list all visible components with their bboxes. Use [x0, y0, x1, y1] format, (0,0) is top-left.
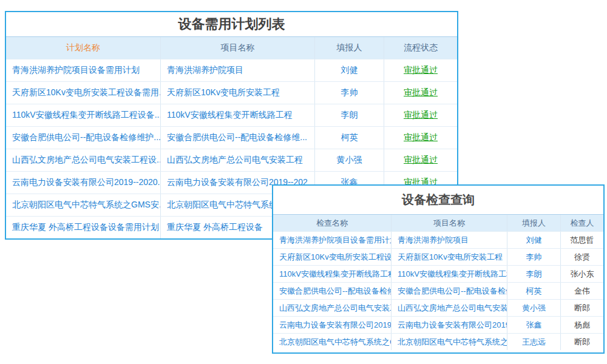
inspector-name: 徐贤: [560, 249, 603, 265]
project-name-link[interactable]: 天府新区10Kv变电所安装工程: [160, 82, 314, 104]
header-plan-name: 计划名称: [6, 37, 160, 59]
status-link[interactable]: 审批通过: [404, 65, 438, 76]
table-row: 北京朝阳区电气中芯特气系统之GM 北京朝阳区电气中芯特气系统之GMS 王志远 断…: [273, 333, 603, 350]
inspection-name-link[interactable]: 青海洪湖养护院项目设备需用计划: [273, 232, 391, 248]
header-inspector: 检查人: [560, 215, 603, 231]
reporter-name[interactable]: 柯英: [507, 283, 560, 299]
project-name-link[interactable]: 北京朝阳区电气中芯特气系统之GMS: [391, 334, 507, 350]
reporter-name[interactable]: 张鑫: [507, 317, 560, 333]
table-row: 安徽合肥供电公司--配电设备检修维护... 安徽合肥供电公司--配电设备检修维.…: [6, 126, 457, 149]
status-link[interactable]: 审批通过: [404, 87, 438, 98]
inspector-name: 范思哲: [560, 232, 603, 248]
header-project-name: 项目名称: [160, 37, 314, 59]
reporter-name[interactable]: 刘健: [507, 232, 560, 248]
reporter-name[interactable]: 王志远: [507, 334, 560, 350]
inspection-name-link[interactable]: 北京朝阳区电气中芯特气系统之GM: [273, 334, 391, 350]
inspection-name-link[interactable]: 山西弘文房地产总公司电气安装工程: [273, 300, 391, 316]
plan-name-link[interactable]: 110kV安徽线程集变开断线路工程设备...: [6, 104, 160, 126]
table-row: 青海洪湖养护院项目设备需用计划 青海洪湖养护院项目 刘健 范思哲: [273, 231, 603, 248]
project-name-link[interactable]: 山西弘文房地产总公司电气安装工: [391, 300, 507, 316]
reporter-name[interactable]: 黄小强: [314, 149, 384, 171]
header-project-name: 项目名称: [391, 215, 507, 231]
reporter-name[interactable]: 李朗: [314, 104, 384, 126]
inspection-header-row: 检查名称 项目名称 填报人 检查人: [273, 214, 603, 231]
header-inspection-name: 检查名称: [273, 215, 391, 231]
table-row: 山西弘文房地产总公司电气安装工程设... 山西弘文房地产总公司电气安装工程 黄小…: [6, 149, 457, 171]
plan-list-header-row: 计划名称 项目名称 填报人 流程状态: [6, 36, 457, 59]
plan-name-link[interactable]: 重庆华夏 外高桥工程设备设备需用计划: [6, 217, 160, 238]
plan-name-link[interactable]: 天府新区10Kv变电所安装工程设备需用...: [6, 82, 160, 104]
header-flow-status: 流程状态: [384, 37, 457, 59]
header-reporter: 填报人: [314, 37, 384, 59]
inspection-query-panel: 设备检查查询 检查名称 项目名称 填报人 检查人 青海洪湖养护院项目设备需用计划…: [272, 184, 605, 354]
inspector-name: 杨彪: [560, 317, 603, 333]
plan-name-link[interactable]: 北京朝阳区电气中芯特气系统之GMS安...: [6, 194, 160, 216]
header-reporter: 填报人: [507, 215, 560, 231]
reporter-name[interactable]: 李帅: [314, 82, 384, 104]
inspection-name-link[interactable]: 天府新区10Kv变电所安装工程设备: [273, 249, 391, 265]
status-link[interactable]: 审批通过: [404, 132, 438, 143]
table-row: 云南电力设备安装有限公司2019--2 云南电力设备安装有限公司2019 张鑫 …: [273, 316, 603, 333]
table-row: 110kV安徽线程集变开断线路工程设备... 110kV安徽线程集变开断线路工程…: [6, 104, 457, 126]
inspector-name: 断郎: [560, 334, 603, 350]
project-name-link[interactable]: 云南电力设备安装有限公司2019: [391, 317, 507, 333]
plan-list-title: 设备需用计划列表: [6, 12, 457, 36]
table-row: 110kV安徽线程集变开断线路工程设 110kV安徽线程集变开断线路工程 李朗 …: [273, 265, 603, 282]
reporter-name[interactable]: 李朗: [507, 266, 560, 282]
reporter-name[interactable]: 黄小强: [507, 300, 560, 316]
reporter-name[interactable]: 李帅: [507, 249, 560, 265]
inspector-name: 金伟: [560, 283, 603, 299]
inspection-name-link[interactable]: 云南电力设备安装有限公司2019--2: [273, 317, 391, 333]
project-name-link[interactable]: 安徽合肥供电公司--配电设备检修: [391, 283, 507, 299]
table-row: 山西弘文房地产总公司电气安装工程 山西弘文房地产总公司电气安装工 黄小强 断郎: [273, 299, 603, 316]
project-name-link[interactable]: 110kV安徽线程集变开断线路工程: [391, 266, 507, 282]
reporter-name[interactable]: 刘健: [314, 59, 384, 81]
inspection-name-link[interactable]: 安徽合肥供电公司--配电设备检修维: [273, 283, 391, 299]
inspector-name: 断郎: [560, 300, 603, 316]
status-link[interactable]: 审批通过: [404, 155, 438, 166]
table-row: 天府新区10Kv变电所安装工程设备需用... 天府新区10Kv变电所安装工程 李…: [6, 81, 457, 104]
inspector-name: 张小东: [560, 266, 603, 282]
table-row: 青海洪湖养护院项目设备需用计划 青海洪湖养护院项目 刘健 审批通过: [6, 59, 457, 81]
project-name-link[interactable]: 安徽合肥供电公司--配电设备检修维...: [160, 127, 314, 149]
project-name-link[interactable]: 天府新区10Kv变电所安装工程: [391, 249, 507, 265]
project-name-link[interactable]: 青海洪湖养护院项目: [391, 232, 507, 248]
table-row: 安徽合肥供电公司--配电设备检修维 安徽合肥供电公司--配电设备检修 柯英 金伟: [273, 282, 603, 299]
inspection-name-link[interactable]: 110kV安徽线程集变开断线路工程设: [273, 266, 391, 282]
project-name-link[interactable]: 山西弘文房地产总公司电气安装工程: [160, 149, 314, 171]
plan-name-link[interactable]: 安徽合肥供电公司--配电设备检修维护...: [6, 127, 160, 149]
plan-name-link[interactable]: 青海洪湖养护院项目设备需用计划: [6, 59, 160, 81]
project-name-link[interactable]: 110kV安徽线程集变开断线路工程: [160, 104, 314, 126]
plan-name-link[interactable]: 山西弘文房地产总公司电气安装工程设...: [6, 149, 160, 171]
reporter-name[interactable]: 柯英: [314, 127, 384, 149]
inspection-query-title: 设备检查查询: [273, 186, 603, 214]
project-name-link[interactable]: 青海洪湖养护院项目: [160, 59, 314, 81]
plan-name-link[interactable]: 云南电力设备安装有限公司2019--2020...: [6, 172, 160, 194]
status-link[interactable]: 审批通过: [404, 110, 438, 121]
table-row: 天府新区10Kv变电所安装工程设备 天府新区10Kv变电所安装工程 李帅 徐贤: [273, 248, 603, 265]
